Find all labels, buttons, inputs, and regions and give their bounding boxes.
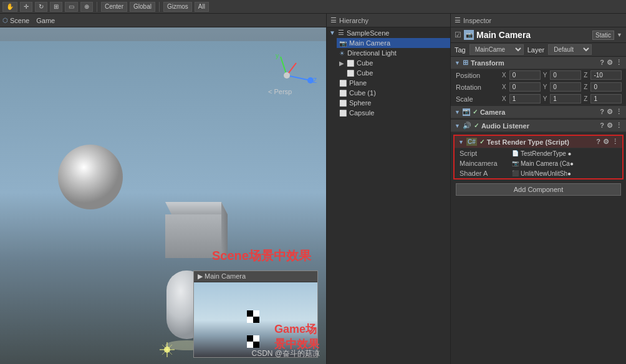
scale-y-input[interactable]	[550, 94, 581, 103]
script-active-checkbox[interactable]: ✓	[479, 138, 484, 145]
cube2-name: Cube	[357, 69, 373, 77]
hierarchy-item-cube1[interactable]: ▶ ⬜ Cube	[337, 58, 450, 68]
camera-component-actions: ? ⚙ ⋮	[600, 108, 622, 116]
cube1-name: Cube	[357, 59, 373, 67]
transform-tool-all[interactable]: ⊕	[80, 2, 93, 12]
inspector-scroll-area[interactable]: ☑ 📷 Main Camera Static ▼ Tag MainCame La…	[451, 27, 626, 364]
transform-tool-rect[interactable]: ▭	[65, 2, 78, 12]
object-name-text: Main Camera	[476, 30, 590, 40]
scale-z-input[interactable]	[590, 94, 622, 103]
script-help-icon[interactable]: ?	[596, 138, 600, 146]
scene-tab-label[interactable]: Scene	[10, 17, 29, 24]
camera-help-icon[interactable]: ?	[600, 108, 604, 116]
hierarchy-item-capsule[interactable]: ⬜ Capsule	[337, 108, 450, 118]
global-button[interactable]: Global	[130, 2, 155, 12]
rotation-y-input[interactable]	[550, 82, 581, 92]
add-component-button[interactable]: Add Component	[456, 183, 621, 196]
audio-help-icon[interactable]: ?	[600, 122, 604, 130]
main-camera-name: Main Camera	[349, 39, 390, 47]
transform-tool-move[interactable]: ✛	[20, 2, 32, 12]
script-file-icon: 📄	[512, 150, 519, 156]
svg-point-11	[164, 347, 170, 353]
separator2	[159, 2, 160, 12]
scale-x-input[interactable]	[509, 94, 541, 103]
rotation-z-input[interactable]	[590, 82, 622, 92]
scale-x-axis: X	[502, 95, 506, 102]
hierarchy-item-cube2[interactable]: ⬜ Cube	[344, 68, 450, 78]
scene-annotation: Scene场景中效果	[212, 247, 311, 264]
rotation-label: Rotation	[456, 84, 499, 91]
script-component: ▼ C# ✓ Test Render Type (Script) ? ⚙ ⋮ S…	[453, 135, 624, 180]
script-shader-label: Shader A	[460, 170, 509, 177]
tag-dropdown[interactable]: MainCame	[470, 44, 524, 55]
gizmos-button[interactable]: Gizmos	[163, 2, 192, 12]
audio-title: Audio Listener	[481, 122, 529, 130]
inspector-menu-icon[interactable]: ☰	[455, 16, 461, 24]
script-expand-icon: ▼	[458, 139, 464, 145]
script-component-header[interactable]: ▼ C# ✓ Test Render Type (Script) ? ⚙ ⋮	[455, 136, 622, 148]
camera-icon-badge: 📷	[464, 30, 474, 40]
directional-light-name: Directional Light	[347, 49, 397, 57]
audio-listener-component-header[interactable]: ▼ 🔊 ✓ Audio Listener ? ⚙ ⋮	[451, 120, 626, 132]
layer-dropdown[interactable]: Default	[548, 44, 592, 55]
hierarchy-menu-icon[interactable]: ☰	[330, 16, 337, 24]
static-badge[interactable]: Static	[592, 31, 614, 40]
hierarchy-item-sphere[interactable]: ⬜ Sphere	[337, 98, 450, 108]
camera-title: Camera	[480, 108, 505, 116]
transform-component-header[interactable]: ▼ ⊞ Transform ? ⚙ ⋮	[451, 57, 626, 69]
script-maincamera-value: 📷 Main Camera (Ca●	[512, 160, 574, 167]
hierarchy-item-menu[interactable]: ☰	[338, 29, 344, 37]
transform-settings-icon[interactable]: ⚙	[607, 59, 613, 67]
light-object-icon: ☀	[339, 50, 345, 57]
transform-tool-scale[interactable]: ⊞	[50, 2, 62, 12]
transform-help-icon[interactable]: ?	[600, 59, 604, 67]
script-component-icon: C#	[466, 138, 477, 146]
game-annotation: Game场景中效果	[274, 322, 326, 352]
cube1copy-name: Cube (1)	[349, 89, 376, 97]
camera-component-header[interactable]: ▼ 📷 ✓ Camera ? ⚙ ⋮	[451, 106, 626, 118]
transform-component: ▼ ⊞ Transform ? ⚙ ⋮ Position X Y	[451, 57, 626, 105]
static-dropdown-arrow[interactable]: ▼	[617, 32, 622, 38]
camera-active-checkbox[interactable]: ✓	[473, 108, 478, 115]
transform-component-actions: ? ⚙ ⋮	[600, 59, 622, 67]
camera-settings-icon[interactable]: ⚙	[607, 108, 613, 116]
script-maincamera-label: Maincamera	[460, 160, 509, 167]
svg-point-18	[284, 72, 290, 79]
capsule-name: Capsule	[349, 109, 374, 117]
hierarchy-item-directional-light[interactable]: ☀ Directional Light	[337, 48, 450, 58]
camera-preview-header: ▶ Main Camera	[194, 271, 317, 282]
scale-row: Scale X Y Z	[451, 93, 626, 105]
tag-label-text: Tag	[455, 46, 466, 54]
camera-more-icon[interactable]: ⋮	[615, 108, 622, 116]
inspector-panel: ☰ Inspector ☑ 📷 Main Camera Static ▼ Tag…	[451, 14, 626, 364]
scene-name: SampleScene	[347, 29, 390, 37]
scale-y-axis: Y	[543, 95, 547, 102]
transform-more-icon[interactable]: ⋮	[615, 59, 622, 67]
position-z-input[interactable]	[590, 70, 622, 80]
audio-settings-icon[interactable]: ⚙	[607, 122, 613, 130]
active-checkbox[interactable]: ☑	[455, 31, 461, 39]
audio-more-icon[interactable]: ⋮	[615, 122, 622, 130]
separator	[97, 2, 97, 12]
cube1-icon: ▶	[339, 60, 344, 67]
svg-rect-27	[247, 342, 253, 348]
scene-view: ⬡ Scene Game	[0, 14, 326, 364]
audio-active-checkbox[interactable]: ✓	[474, 122, 479, 129]
hierarchy-item-scene[interactable]: ▼ ☰ SampleScene	[327, 27, 450, 38]
position-y-input[interactable]	[550, 70, 581, 80]
rotation-values: X Y Z	[502, 82, 622, 92]
game-tab-label[interactable]: Game	[36, 17, 55, 24]
transform-tool-hand[interactable]: ✋	[2, 2, 17, 12]
hierarchy-item-cube1-copy[interactable]: ⬜ Cube (1)	[337, 88, 450, 98]
script-settings-icon[interactable]: ⚙	[603, 138, 609, 146]
hierarchy-item-plane[interactable]: ⬜ Plane	[337, 78, 450, 88]
rotation-x-input[interactable]	[509, 82, 541, 92]
script-more-icon[interactable]: ⋮	[612, 138, 619, 146]
transform-tool-rotate[interactable]: ↻	[35, 2, 47, 12]
sphere-object-icon: ⬜	[339, 100, 347, 107]
center-button[interactable]: Center	[101, 2, 127, 12]
hierarchy-item-main-camera[interactable]: 📷 Main Camera	[337, 38, 450, 48]
audio-listener-component: ▼ 🔊 ✓ Audio Listener ? ⚙ ⋮	[451, 120, 626, 132]
all-button[interactable]: All	[195, 2, 209, 12]
position-x-input[interactable]	[509, 70, 541, 80]
